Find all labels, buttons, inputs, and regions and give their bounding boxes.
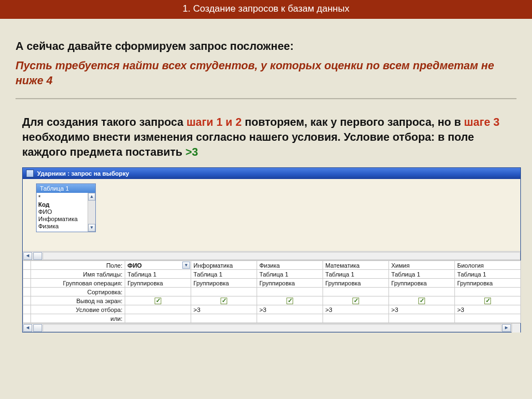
- upper-hscrollbar[interactable]: ◄: [23, 251, 520, 260]
- criteria-cell[interactable]: >3: [389, 305, 455, 314]
- field-cell[interactable]: Математика: [323, 261, 389, 270]
- row-label: Вывод на экран:: [31, 296, 125, 305]
- window-title: Ударники : запрос на выборку: [37, 170, 129, 177]
- row-label: или:: [31, 314, 125, 323]
- step-3: шаге 3: [464, 116, 499, 128]
- checkbox-icon: ✓: [484, 298, 491, 304]
- field-cell[interactable]: Физика: [257, 261, 323, 270]
- criteria-cell[interactable]: [125, 305, 191, 314]
- sort-cell[interactable]: [257, 288, 323, 296]
- group-cell[interactable]: Группировка: [323, 279, 389, 288]
- table-cell[interactable]: Таблица 1: [191, 270, 257, 279]
- app-icon: [26, 170, 34, 177]
- group-cell[interactable]: Группировка: [455, 279, 521, 288]
- instr-part: повторяем, как у первого запроса, но в: [242, 116, 464, 128]
- grid-row-show: Вывод на экран: ✓ ✓ ✓ ✓ ✓ ✓: [23, 296, 521, 305]
- field-item[interactable]: Информатика: [38, 216, 86, 223]
- table-cell[interactable]: Таблица 1: [389, 270, 455, 279]
- row-label: Поле:: [31, 261, 125, 270]
- checkbox-icon: ✓: [221, 298, 227, 304]
- instr-part: Для создания такого запроса: [22, 116, 186, 128]
- scroll-up-icon[interactable]: ▲: [88, 193, 95, 201]
- scroll-thumb[interactable]: [33, 324, 42, 332]
- relationships-pane[interactable]: Таблица 1 * Код ФИО Информатика Физика ▲…: [23, 179, 520, 251]
- criteria-cell[interactable]: >3: [455, 305, 521, 314]
- or-cell[interactable]: [389, 314, 455, 323]
- row-selector[interactable]: [23, 296, 31, 305]
- row-label: Групповая операция:: [31, 279, 125, 288]
- grid-hscrollbar[interactable]: ◄ ►: [23, 323, 520, 332]
- show-cell[interactable]: ✓: [125, 296, 191, 305]
- scroll-corner: [511, 324, 520, 332]
- scroll-left-icon[interactable]: ◄: [23, 324, 32, 332]
- or-cell[interactable]: [323, 314, 389, 323]
- sort-cell[interactable]: [389, 288, 455, 296]
- scroll-left-icon[interactable]: ◄: [23, 252, 32, 260]
- field-cell[interactable]: ФИО▼: [125, 261, 191, 270]
- field-cell[interactable]: Химия: [389, 261, 455, 270]
- sort-cell[interactable]: [125, 288, 191, 296]
- divider: [16, 98, 516, 99]
- row-selector[interactable]: [23, 261, 31, 270]
- row-label: Сортировка:: [31, 288, 125, 296]
- intro-text: А сейчас давайте сформируем запрос посло…: [16, 40, 516, 53]
- table-box-title[interactable]: Таблица 1: [37, 184, 95, 193]
- table-cell[interactable]: Таблица 1: [257, 270, 323, 279]
- group-cell[interactable]: Группировка: [389, 279, 455, 288]
- row-selector[interactable]: [23, 305, 31, 314]
- row-label: Условие отбора:: [31, 305, 125, 314]
- show-cell[interactable]: ✓: [323, 296, 389, 305]
- dropdown-icon[interactable]: ▼: [182, 262, 190, 269]
- grid-row-field: Поле: ФИО▼ Информатика Физика Математика…: [23, 261, 521, 270]
- table-box[interactable]: Таблица 1 * Код ФИО Информатика Физика ▲…: [36, 183, 96, 232]
- table-cell[interactable]: Таблица 1: [125, 270, 191, 279]
- grid-row-table: Имя таблицы: Таблица 1 Таблица 1 Таблица…: [23, 270, 521, 279]
- grid-row-or: или:: [23, 314, 521, 323]
- checkbox-icon: ✓: [287, 298, 293, 304]
- field-cell[interactable]: Информатика: [191, 261, 257, 270]
- scroll-down-icon[interactable]: ▼: [88, 224, 95, 232]
- scroll-right-icon[interactable]: ►: [502, 324, 511, 332]
- scroll-thumb[interactable]: [33, 252, 42, 260]
- group-cell[interactable]: Группировка: [125, 279, 191, 288]
- grid-row-sort: Сортировка:: [23, 288, 521, 296]
- row-selector[interactable]: [23, 288, 31, 296]
- field-item[interactable]: ФИО: [38, 208, 86, 216]
- criteria-cell[interactable]: >3: [257, 305, 323, 314]
- group-cell[interactable]: Группировка: [191, 279, 257, 288]
- criteria-cell[interactable]: >3: [323, 305, 389, 314]
- row-label: Имя таблицы:: [31, 270, 125, 279]
- or-cell[interactable]: [191, 314, 257, 323]
- or-cell[interactable]: [125, 314, 191, 323]
- row-selector[interactable]: [23, 314, 31, 323]
- window-titlebar[interactable]: Ударники : запрос на выборку: [23, 168, 520, 179]
- instr-part: необходимо внести изменения согласно наш…: [22, 131, 474, 158]
- show-cell[interactable]: ✓: [455, 296, 521, 305]
- sort-cell[interactable]: [323, 288, 389, 296]
- grid-row-criteria: Условие отбора: >3 >3 >3 >3 >3: [23, 305, 521, 314]
- task-text: Пусть требуется найти всех студентов, у …: [16, 58, 516, 88]
- criteria-cell[interactable]: >3: [191, 305, 257, 314]
- criteria-value: >3: [186, 146, 198, 158]
- field-item[interactable]: Код: [38, 201, 86, 208]
- or-cell[interactable]: [455, 314, 521, 323]
- field-list[interactable]: * Код ФИО Информатика Физика: [37, 193, 88, 232]
- show-cell[interactable]: ✓: [257, 296, 323, 305]
- field-item[interactable]: Физика: [38, 223, 86, 230]
- or-cell[interactable]: [257, 314, 323, 323]
- table-cell[interactable]: Таблица 1: [455, 270, 521, 279]
- sort-cell[interactable]: [455, 288, 521, 296]
- row-selector[interactable]: [23, 279, 31, 288]
- table-cell[interactable]: Таблица 1: [323, 270, 389, 279]
- group-cell[interactable]: Группировка: [257, 279, 323, 288]
- field-item[interactable]: *: [38, 194, 86, 201]
- sort-cell[interactable]: [191, 288, 257, 296]
- row-selector[interactable]: [23, 270, 31, 279]
- show-cell[interactable]: ✓: [191, 296, 257, 305]
- show-cell[interactable]: ✓: [389, 296, 455, 305]
- qbe-grid[interactable]: Поле: ФИО▼ Информатика Физика Математика…: [23, 260, 521, 323]
- table-scrollbar[interactable]: ▲ ▼: [88, 193, 95, 232]
- checkbox-icon: ✓: [418, 298, 425, 304]
- checkbox-icon: ✓: [352, 298, 359, 304]
- field-cell[interactable]: Биология: [455, 261, 521, 270]
